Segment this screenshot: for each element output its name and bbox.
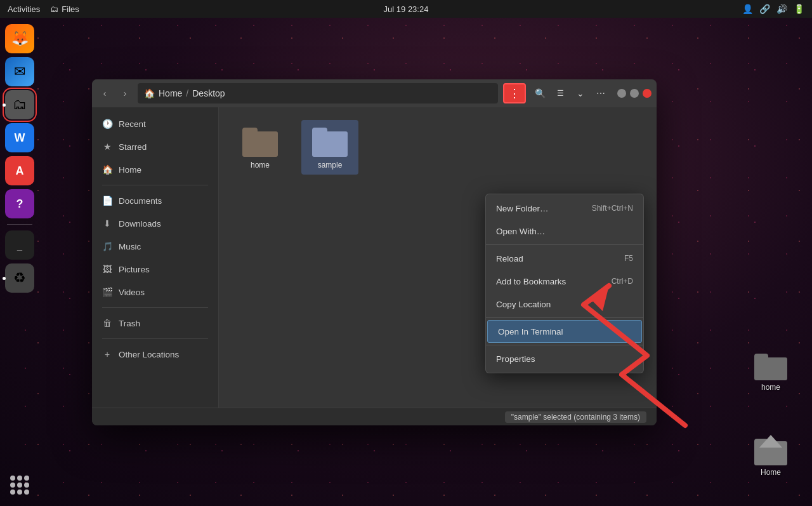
window-controls <box>617 89 652 98</box>
dock-item-writer[interactable]: W <box>5 123 34 152</box>
menu-shortcut-reload: F5 <box>624 254 633 263</box>
forward-button[interactable]: › <box>117 86 133 101</box>
battery-icon: 🔋 <box>794 4 804 14</box>
menu-label-new-folder: New Folder… <box>496 204 549 213</box>
sidebar-item-trash[interactable]: 🗑 Trash <box>92 312 218 335</box>
sidebar-label-other-locations: Other Locations <box>119 350 179 359</box>
dock-item-help[interactable]: ? <box>5 189 34 218</box>
menu-label-open-terminal: Open In Terminal <box>498 327 563 336</box>
other-locations-icon: + <box>102 349 112 359</box>
home-folder-icon-file <box>242 125 278 157</box>
application-dock: 🦊 ✉ 🗂 W A ? _ ♻ <box>0 18 39 506</box>
search-button[interactable]: 🔍 <box>531 84 549 102</box>
grid-icon <box>10 476 29 495</box>
folder-body-home <box>242 131 278 157</box>
close-button[interactable] <box>643 89 652 98</box>
sidebar-item-downloads[interactable]: ⬇ Downloads <box>92 212 218 235</box>
menu-item-add-bookmarks[interactable]: Add to Bookmarks Ctrl+D <box>486 270 643 293</box>
folder-body-sample <box>312 131 348 157</box>
status-bar: "sample" selected (containing 3 items) <box>92 408 657 425</box>
downloads-icon: ⬇ <box>102 218 112 229</box>
menu-separator-3 <box>486 345 643 345</box>
sidebar-label-starred: Starred <box>119 142 147 152</box>
dock-separator <box>7 224 32 225</box>
top-panel: Activities 🗂 Files Jul 19 23:24 👤 🔗 🔊 🔋 <box>0 0 812 18</box>
breadcrumb-separator: / <box>186 88 188 98</box>
titlebar: ‹ › 🏠 Home / Desktop ⋮ 🔍 ☰ ⌄ ⋯ <box>92 79 657 107</box>
sidebar-item-home[interactable]: 🏠 Home <box>92 158 218 181</box>
music-icon: 🎵 <box>102 241 112 251</box>
pictures-icon: 🖼 <box>102 264 112 274</box>
sidebar-item-recent[interactable]: 🕐 Recent <box>92 112 218 135</box>
menu-label-open-with: Open With… <box>496 227 545 236</box>
back-button[interactable]: ‹ <box>97 86 112 101</box>
sidebar-item-starred[interactable]: ★ Starred <box>92 135 218 158</box>
sidebar-separator-3 <box>102 338 208 339</box>
file-item-sample[interactable]: sample <box>301 120 358 175</box>
menu-item-new-folder[interactable]: New Folder… Shift+Ctrl+N <box>486 197 643 220</box>
menu-dots-icon: ⋮ <box>509 86 520 100</box>
sidebar-label-videos: Videos <box>119 288 145 297</box>
menu-shortcut-new-folder: Shift+Ctrl+N <box>592 204 633 213</box>
sidebar-item-documents[interactable]: 📄 Documents <box>92 189 218 212</box>
menu-item-open-terminal[interactable]: Open In Terminal <box>487 320 642 343</box>
view-toggle-button[interactable]: ⌄ <box>572 84 589 102</box>
system-tray: 👤 🔗 🔊 🔋 <box>742 4 804 14</box>
file-label-sample: sample <box>318 161 343 170</box>
mail-icon: ✉ <box>14 63 25 80</box>
sidebar-separator-2 <box>102 307 208 308</box>
show-apps-button[interactable] <box>5 470 34 500</box>
maximize-button[interactable] <box>630 89 639 98</box>
sidebar-item-videos[interactable]: 🎬 Videos <box>92 281 218 303</box>
minimize-button[interactable] <box>617 89 626 98</box>
menu-separator-2 <box>486 317 643 318</box>
network-icon: 🔗 <box>759 4 770 14</box>
home-icon: 🏠 <box>102 164 112 175</box>
dock-item-firefox[interactable]: 🦊 <box>5 24 34 53</box>
videos-icon: 🎬 <box>102 287 112 297</box>
dock-item-appstore[interactable]: A <box>5 156 34 185</box>
active-indicator-trash <box>3 277 6 280</box>
home-dir-label: Home <box>761 468 781 477</box>
sidebar-item-other-locations[interactable]: + Other Locations <box>92 343 218 366</box>
documents-icon: 📄 <box>102 196 112 206</box>
menu-item-open-with[interactable]: Open With… <box>486 220 643 243</box>
context-menu: New Folder… Shift+Ctrl+N Open With… Relo… <box>485 194 644 373</box>
overflow-button[interactable]: ⋯ <box>592 84 610 102</box>
desktop-icon-home-dir[interactable]: Home <box>745 435 796 477</box>
home-dir-icon <box>754 435 787 465</box>
home-folder-icon <box>754 352 787 380</box>
hamburger-menu-button[interactable]: ⋮ <box>503 83 526 103</box>
menu-item-reload[interactable]: Reload F5 <box>486 247 643 270</box>
folder-icon-small: 🗂 <box>50 4 58 14</box>
person-icon: 👤 <box>742 4 753 14</box>
appstore-icon: A <box>16 164 24 178</box>
menu-item-properties[interactable]: Properties <box>486 347 643 370</box>
menu-label-reload: Reload <box>496 254 523 263</box>
dock-item-mail[interactable]: ✉ <box>5 57 34 86</box>
desktop-icon-home-folder[interactable]: home <box>745 352 796 392</box>
file-manager-window: ‹ › 🏠 Home / Desktop ⋮ 🔍 ☰ ⌄ ⋯ 🕐 Re <box>92 79 657 425</box>
sidebar-item-pictures[interactable]: 🖼 Pictures <box>92 258 218 281</box>
help-icon: ? <box>16 197 23 211</box>
menu-label-properties: Properties <box>496 354 535 364</box>
firefox-icon: 🦊 <box>11 30 29 47</box>
dock-item-terminal[interactable]: _ <box>5 230 34 260</box>
files-icon: 🗂 <box>13 97 27 113</box>
menu-item-copy-location[interactable]: Copy Location <box>486 293 643 316</box>
sidebar-item-music[interactable]: 🎵 Music <box>92 235 218 258</box>
sample-folder-icon <box>312 125 348 157</box>
menu-separator-1 <box>486 244 643 245</box>
dock-item-files[interactable]: 🗂 <box>5 90 34 119</box>
view-list-button[interactable]: ☰ <box>551 84 569 102</box>
breadcrumb-home[interactable]: Home <box>159 88 182 98</box>
writer-icon: W <box>15 131 25 145</box>
terminal-icon: _ <box>17 240 22 250</box>
activities-button[interactable]: Activities <box>8 4 40 14</box>
home-icon-breadcrumb: 🏠 <box>144 88 155 98</box>
sidebar-label-home: Home <box>119 165 141 175</box>
status-text: "sample" selected (containing 3 items) <box>505 411 646 423</box>
dock-item-trash[interactable]: ♻ <box>5 263 34 293</box>
file-item-home[interactable]: home <box>232 120 289 175</box>
breadcrumb-bar: 🏠 Home / Desktop <box>138 83 498 103</box>
